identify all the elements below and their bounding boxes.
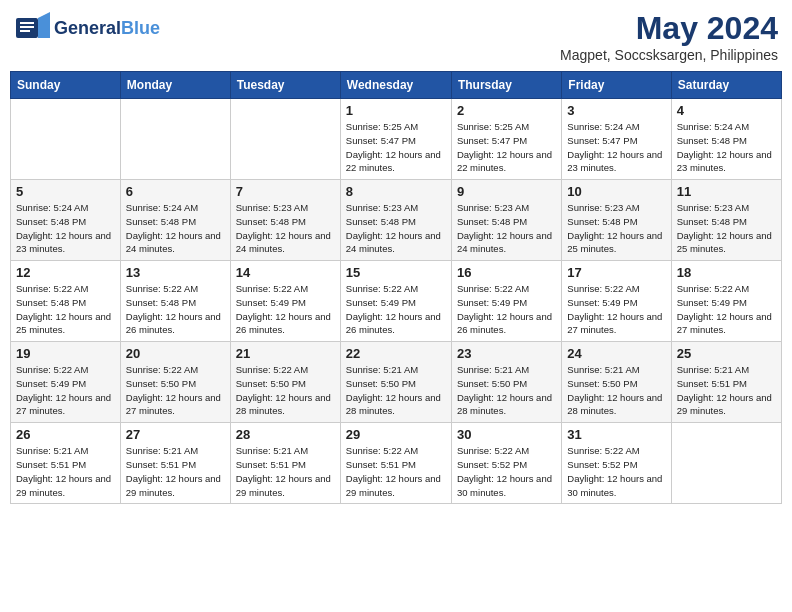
day-info: Sunrise: 5:24 AMSunset: 5:48 PMDaylight:… [16, 201, 115, 256]
svg-rect-3 [20, 26, 34, 28]
calendar-cell: 3Sunrise: 5:24 AMSunset: 5:47 PMDaylight… [562, 99, 671, 180]
day-info: Sunrise: 5:25 AMSunset: 5:47 PMDaylight:… [457, 120, 556, 175]
calendar-cell: 4Sunrise: 5:24 AMSunset: 5:48 PMDaylight… [671, 99, 781, 180]
day-info: Sunrise: 5:21 AMSunset: 5:51 PMDaylight:… [677, 363, 776, 418]
calendar-cell: 14Sunrise: 5:22 AMSunset: 5:49 PMDayligh… [230, 261, 340, 342]
weekday-header-monday: Monday [120, 72, 230, 99]
calendar-cell: 31Sunrise: 5:22 AMSunset: 5:52 PMDayligh… [562, 423, 671, 504]
day-info: Sunrise: 5:25 AMSunset: 5:47 PMDaylight:… [346, 120, 446, 175]
day-number: 23 [457, 346, 556, 361]
main-title: May 2024 [560, 10, 778, 47]
day-info: Sunrise: 5:22 AMSunset: 5:49 PMDaylight:… [236, 282, 335, 337]
day-number: 24 [567, 346, 665, 361]
day-info: Sunrise: 5:24 AMSunset: 5:47 PMDaylight:… [567, 120, 665, 175]
day-number: 10 [567, 184, 665, 199]
day-info: Sunrise: 5:23 AMSunset: 5:48 PMDaylight:… [346, 201, 446, 256]
weekday-header-row: SundayMondayTuesdayWednesdayThursdayFrid… [11, 72, 782, 99]
day-number: 31 [567, 427, 665, 442]
day-number: 13 [126, 265, 225, 280]
day-number: 30 [457, 427, 556, 442]
day-info: Sunrise: 5:22 AMSunset: 5:49 PMDaylight:… [457, 282, 556, 337]
calendar-cell: 17Sunrise: 5:22 AMSunset: 5:49 PMDayligh… [562, 261, 671, 342]
calendar-table: SundayMondayTuesdayWednesdayThursdayFrid… [10, 71, 782, 504]
calendar-week-row: 19Sunrise: 5:22 AMSunset: 5:49 PMDayligh… [11, 342, 782, 423]
day-number: 8 [346, 184, 446, 199]
svg-marker-1 [38, 12, 50, 38]
day-number: 2 [457, 103, 556, 118]
logo-name: GeneralBlue [54, 18, 160, 39]
day-number: 16 [457, 265, 556, 280]
day-info: Sunrise: 5:22 AMSunset: 5:52 PMDaylight:… [567, 444, 665, 499]
calendar-cell: 23Sunrise: 5:21 AMSunset: 5:50 PMDayligh… [451, 342, 561, 423]
day-number: 3 [567, 103, 665, 118]
calendar-cell: 20Sunrise: 5:22 AMSunset: 5:50 PMDayligh… [120, 342, 230, 423]
day-number: 6 [126, 184, 225, 199]
calendar-cell: 2Sunrise: 5:25 AMSunset: 5:47 PMDaylight… [451, 99, 561, 180]
day-info: Sunrise: 5:23 AMSunset: 5:48 PMDaylight:… [567, 201, 665, 256]
day-info: Sunrise: 5:21 AMSunset: 5:50 PMDaylight:… [346, 363, 446, 418]
day-number: 12 [16, 265, 115, 280]
calendar-cell: 26Sunrise: 5:21 AMSunset: 5:51 PMDayligh… [11, 423, 121, 504]
calendar-cell: 18Sunrise: 5:22 AMSunset: 5:49 PMDayligh… [671, 261, 781, 342]
calendar-cell: 29Sunrise: 5:22 AMSunset: 5:51 PMDayligh… [340, 423, 451, 504]
calendar-cell: 9Sunrise: 5:23 AMSunset: 5:48 PMDaylight… [451, 180, 561, 261]
day-number: 4 [677, 103, 776, 118]
day-info: Sunrise: 5:24 AMSunset: 5:48 PMDaylight:… [126, 201, 225, 256]
day-info: Sunrise: 5:23 AMSunset: 5:48 PMDaylight:… [457, 201, 556, 256]
day-number: 7 [236, 184, 335, 199]
day-number: 19 [16, 346, 115, 361]
weekday-header-wednesday: Wednesday [340, 72, 451, 99]
day-info: Sunrise: 5:24 AMSunset: 5:48 PMDaylight:… [677, 120, 776, 175]
day-number: 9 [457, 184, 556, 199]
calendar-cell: 25Sunrise: 5:21 AMSunset: 5:51 PMDayligh… [671, 342, 781, 423]
calendar-cell: 19Sunrise: 5:22 AMSunset: 5:49 PMDayligh… [11, 342, 121, 423]
calendar-cell: 7Sunrise: 5:23 AMSunset: 5:48 PMDaylight… [230, 180, 340, 261]
day-info: Sunrise: 5:22 AMSunset: 5:48 PMDaylight:… [126, 282, 225, 337]
day-info: Sunrise: 5:21 AMSunset: 5:51 PMDaylight:… [236, 444, 335, 499]
day-info: Sunrise: 5:22 AMSunset: 5:48 PMDaylight:… [16, 282, 115, 337]
calendar-cell: 15Sunrise: 5:22 AMSunset: 5:49 PMDayligh… [340, 261, 451, 342]
day-info: Sunrise: 5:22 AMSunset: 5:52 PMDaylight:… [457, 444, 556, 499]
calendar-cell: 12Sunrise: 5:22 AMSunset: 5:48 PMDayligh… [11, 261, 121, 342]
calendar-cell: 27Sunrise: 5:21 AMSunset: 5:51 PMDayligh… [120, 423, 230, 504]
day-number: 22 [346, 346, 446, 361]
calendar-cell: 16Sunrise: 5:22 AMSunset: 5:49 PMDayligh… [451, 261, 561, 342]
calendar-cell [671, 423, 781, 504]
calendar-cell [230, 99, 340, 180]
day-number: 27 [126, 427, 225, 442]
calendar-week-row: 12Sunrise: 5:22 AMSunset: 5:48 PMDayligh… [11, 261, 782, 342]
day-number: 25 [677, 346, 776, 361]
weekday-header-saturday: Saturday [671, 72, 781, 99]
calendar-cell: 24Sunrise: 5:21 AMSunset: 5:50 PMDayligh… [562, 342, 671, 423]
day-info: Sunrise: 5:22 AMSunset: 5:50 PMDaylight:… [236, 363, 335, 418]
day-info: Sunrise: 5:22 AMSunset: 5:49 PMDaylight:… [567, 282, 665, 337]
page-header: GeneralBlue May 2024 Magpet, Soccsksarge… [10, 10, 782, 63]
calendar-week-row: 5Sunrise: 5:24 AMSunset: 5:48 PMDaylight… [11, 180, 782, 261]
calendar-cell: 6Sunrise: 5:24 AMSunset: 5:48 PMDaylight… [120, 180, 230, 261]
logo-text-block: GeneralBlue [54, 18, 160, 39]
day-info: Sunrise: 5:23 AMSunset: 5:48 PMDaylight:… [236, 201, 335, 256]
weekday-header-tuesday: Tuesday [230, 72, 340, 99]
weekday-header-thursday: Thursday [451, 72, 561, 99]
calendar-cell: 28Sunrise: 5:21 AMSunset: 5:51 PMDayligh… [230, 423, 340, 504]
svg-rect-4 [20, 30, 30, 32]
calendar-cell [120, 99, 230, 180]
calendar-cell: 11Sunrise: 5:23 AMSunset: 5:48 PMDayligh… [671, 180, 781, 261]
day-number: 14 [236, 265, 335, 280]
calendar-cell: 22Sunrise: 5:21 AMSunset: 5:50 PMDayligh… [340, 342, 451, 423]
calendar-cell [11, 99, 121, 180]
day-info: Sunrise: 5:23 AMSunset: 5:48 PMDaylight:… [677, 201, 776, 256]
day-info: Sunrise: 5:22 AMSunset: 5:49 PMDaylight:… [16, 363, 115, 418]
day-info: Sunrise: 5:21 AMSunset: 5:51 PMDaylight:… [126, 444, 225, 499]
calendar-week-row: 1Sunrise: 5:25 AMSunset: 5:47 PMDaylight… [11, 99, 782, 180]
day-number: 11 [677, 184, 776, 199]
day-number: 18 [677, 265, 776, 280]
weekday-header-sunday: Sunday [11, 72, 121, 99]
day-number: 17 [567, 265, 665, 280]
day-number: 21 [236, 346, 335, 361]
day-info: Sunrise: 5:22 AMSunset: 5:49 PMDaylight:… [346, 282, 446, 337]
svg-rect-2 [20, 22, 34, 24]
day-number: 5 [16, 184, 115, 199]
day-info: Sunrise: 5:21 AMSunset: 5:50 PMDaylight:… [567, 363, 665, 418]
calendar-week-row: 26Sunrise: 5:21 AMSunset: 5:51 PMDayligh… [11, 423, 782, 504]
